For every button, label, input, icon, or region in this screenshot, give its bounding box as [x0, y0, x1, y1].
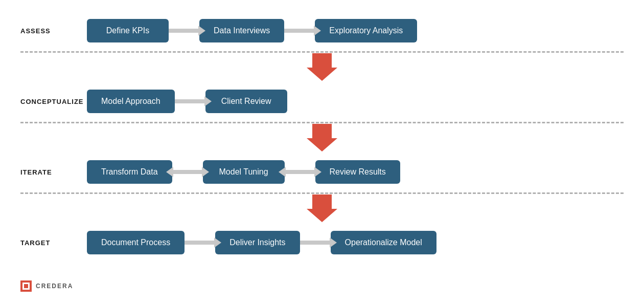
- arrow-down-1-container: [20, 53, 624, 81]
- arrow-down-shaft: [312, 53, 332, 68]
- phase-boxes-conceptualize: Model Approach Client Review: [87, 90, 287, 113]
- arrow-line: [285, 170, 315, 174]
- logo-area: CREDERA: [20, 280, 73, 292]
- arrow-down-1: [307, 53, 337, 81]
- arrow-assess-1: [169, 29, 199, 33]
- arrow-down-2-container: [20, 123, 624, 152]
- arrow-iterate-2: [285, 170, 315, 174]
- box-model-approach: Model Approach: [87, 90, 175, 113]
- arrow-line: [300, 241, 331, 245]
- phase-row-conceptualize: CONCEPTUALIZE Model Approach Client Revi…: [20, 81, 624, 122]
- phase-boxes-assess: Define KPIs Data Interviews Exploratory …: [87, 19, 417, 42]
- arrow-line: [169, 29, 199, 33]
- svg-rect-2: [24, 284, 28, 288]
- box-client-review: Client Review: [205, 90, 287, 113]
- arrow-down-3-container: [20, 194, 624, 222]
- credera-logo-text: CREDERA: [36, 283, 73, 290]
- phase-row-target: TARGET Document Process Deliver Insights…: [20, 222, 624, 263]
- arrow-line: [284, 29, 315, 33]
- box-define-kpis: Define KPIs: [87, 19, 169, 42]
- phase-boxes-iterate: Transform Data Model Tuning Review Resul…: [87, 160, 400, 184]
- phase-boxes-target: Document Process Deliver Insights Operat…: [87, 231, 436, 254]
- arrow-down-3: [307, 194, 337, 222]
- arrow-target-1: [185, 241, 215, 245]
- box-operationalize-model: Operationalize Model: [331, 231, 436, 254]
- phase-row-iterate: ITERATE Transform Data Model Tuning Revi…: [20, 152, 624, 192]
- arrow-target-2: [300, 241, 331, 245]
- arrow-iterate-1: [172, 170, 203, 174]
- arrow-down-shaft-2: [312, 124, 332, 138]
- phase-label-iterate: ITERATE: [20, 168, 87, 176]
- phase-label-assess: ASSESS: [20, 27, 87, 35]
- arrow-down-head-2: [307, 138, 337, 152]
- box-document-process: Document Process: [87, 231, 185, 254]
- box-review-results: Review Results: [315, 160, 400, 184]
- arrow-line: [185, 241, 215, 245]
- box-deliver-insights: Deliver Insights: [215, 231, 300, 254]
- phase-label-conceptualize: CONCEPTUALIZE: [20, 98, 87, 105]
- arrow-assess-2: [284, 29, 315, 33]
- box-model-tuning: Model Tuning: [203, 160, 285, 184]
- phase-label-target: TARGET: [20, 239, 87, 247]
- arrow-line: [172, 170, 203, 174]
- arrow-down-head-3: [307, 209, 337, 222]
- arrow-down-head: [307, 68, 337, 81]
- box-exploratory-analysis: Exploratory Analysis: [315, 19, 417, 42]
- arrow-down-shaft-3: [312, 194, 332, 209]
- credera-logo-icon: [20, 280, 32, 292]
- phase-row-assess: ASSESS Define KPIs Data Interviews Explo…: [20, 10, 624, 51]
- arrow-down-2: [307, 124, 337, 152]
- box-transform-data: Transform Data: [87, 160, 172, 184]
- box-data-interviews: Data Interviews: [199, 19, 284, 42]
- diagram-container: ASSESS Define KPIs Data Interviews Explo…: [0, 0, 644, 303]
- arrow-conceptualize-1: [175, 99, 205, 103]
- arrow-line: [175, 99, 205, 103]
